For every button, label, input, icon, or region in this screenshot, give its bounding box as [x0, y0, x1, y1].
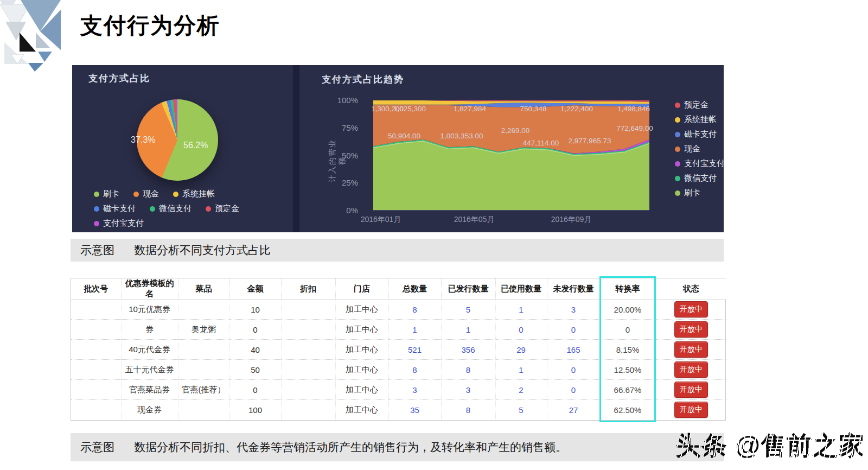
column-header: 金额 [229, 278, 281, 300]
legend-item: 预定金 [675, 100, 724, 110]
table-cell: 现金券 [121, 400, 178, 420]
table-cell: 62.50% [600, 400, 655, 420]
table-cell [178, 300, 229, 320]
table-cell: 官燕(推荐） [178, 380, 229, 400]
table-row: 10元优惠券10加工中心851320.00%开放中 [71, 300, 726, 320]
column-header: 折扣 [281, 278, 335, 300]
table-cell [178, 360, 229, 380]
table-cell [178, 400, 229, 420]
legend-label: 刷卡 [103, 189, 119, 199]
legend-label: 系统挂帐 [684, 115, 717, 125]
legend-item: 预定金 [206, 204, 239, 214]
status-button[interactable]: 开放中 [674, 402, 708, 418]
legend-dot-icon [675, 161, 680, 167]
count-link[interactable]: 356 [441, 340, 495, 360]
column-header: 批次号 [71, 278, 121, 300]
data-label: 1,827,984 [454, 105, 486, 113]
caption-bar-2: 示意图 数据分析不同折扣、代金券等营销活动所产生的销售行为，及转化率和产生的销售… [71, 433, 724, 461]
x-tick-label: 2016年09月 [551, 215, 592, 225]
column-header: 菜品 [178, 278, 229, 300]
count-link[interactable]: 8 [441, 360, 495, 380]
legend-dot-icon [150, 206, 155, 212]
area-point-labels: 1,300,2001,025,3001,827,984750,3481,222,… [373, 100, 649, 211]
legend-dot-icon [675, 176, 680, 181]
count-link[interactable]: 165 [547, 340, 600, 360]
table-cell: 五十元代金券 [121, 360, 178, 380]
table-cell: 加工中心 [335, 320, 388, 340]
legend-dot-icon [675, 103, 680, 108]
legend-label: 预定金 [684, 100, 709, 110]
count-link[interactable]: 1 [495, 300, 547, 320]
legend-item: 磁卡支付 [675, 129, 724, 139]
legend-label: 预定金 [215, 204, 239, 214]
count-link[interactable]: 8 [388, 300, 441, 320]
legend-item: 刷卡 [94, 189, 119, 199]
caption-tag: 示意图 [80, 440, 114, 455]
column-header: 状态 [655, 278, 726, 300]
status-button[interactable]: 开放中 [674, 361, 708, 378]
count-link[interactable]: 0 [547, 320, 600, 340]
count-link[interactable]: 521 [388, 340, 441, 360]
table-cell: 66.67% [600, 380, 655, 400]
slide: 支付行为分析 支付方式占比 37.3% 56.2% 刷卡现金系统挂帐磁卡支付微信… [0, 0, 868, 470]
count-link[interactable]: 8 [388, 360, 441, 380]
caption-tag: 示意图 [80, 243, 114, 258]
table-cell [71, 320, 121, 340]
table-cell: 加工中心 [335, 400, 388, 420]
count-link[interactable]: 0 [547, 360, 600, 380]
count-link[interactable]: 35 [388, 400, 441, 420]
page-title: 支付行为分析 [80, 11, 220, 41]
count-link[interactable]: 5 [495, 400, 547, 420]
count-link[interactable]: 3 [547, 300, 600, 320]
legend-item: 支付宝支付 [94, 218, 144, 228]
legend-dot-icon [94, 206, 99, 212]
count-link[interactable]: 1 [388, 320, 441, 340]
data-label: 447,114.00 [523, 139, 559, 147]
panel-divider [293, 65, 299, 232]
status-button[interactable]: 开放中 [674, 321, 708, 338]
legend-dot-icon [133, 192, 139, 197]
table-cell [281, 380, 335, 400]
table-cell [281, 360, 335, 380]
caption-text: 数据分析不同折扣、代金券等营销活动所产生的销售行为，及转化率和产生的销售额。 [134, 440, 567, 455]
area-legend: 预定金系统挂帐磁卡支付现金支付宝支付微信支付刷卡 [675, 100, 724, 198]
legend-dot-icon [675, 147, 680, 152]
data-label: 2,977,965.73 [569, 137, 611, 145]
count-link[interactable]: 8 [441, 400, 495, 420]
count-link[interactable]: 1 [441, 320, 495, 340]
column-header: 优惠券模板的名 [121, 278, 178, 300]
count-link[interactable]: 0 [495, 320, 547, 340]
count-link[interactable]: 3 [388, 380, 441, 400]
pie-slice-label: 56.2% [183, 141, 208, 150]
y-tick-label: 50% [331, 151, 358, 160]
table-cell: 0 [229, 380, 281, 400]
legend-dot-icon [94, 192, 99, 197]
legend-dot-icon [675, 190, 680, 196]
count-link[interactable]: 1 [495, 360, 547, 380]
count-link[interactable]: 29 [495, 340, 547, 360]
table-cell: 开放中 [655, 340, 726, 360]
status-button[interactable]: 开放中 [674, 341, 708, 358]
table-row: 五十元代金券50加工中心881012.50%开放中 [71, 360, 726, 380]
status-button[interactable]: 开放中 [674, 382, 708, 398]
legend-item: 现金 [133, 189, 159, 199]
watermark: 头条 @售前之家 [675, 429, 865, 463]
table-cell: 官燕菜品券 [121, 380, 178, 400]
y-tick-label: 75% [331, 123, 358, 132]
legend-dot-icon [675, 117, 680, 123]
count-link[interactable]: 0 [547, 380, 600, 400]
legend-item: 磁卡支付 [94, 204, 136, 214]
legend-item: 现金 [675, 144, 724, 154]
legend-label: 现金 [684, 144, 700, 154]
legend-item: 系统挂帐 [675, 115, 724, 125]
data-label: 1,222,400 [560, 105, 593, 113]
legend-row: 磁卡支付微信支付预定金 [94, 204, 239, 214]
count-link[interactable]: 3 [441, 380, 495, 400]
count-link[interactable]: 27 [547, 400, 600, 420]
legend-dot-icon [675, 132, 680, 137]
table-cell: 加工中心 [335, 360, 388, 380]
data-label: 1,003,353.00 [441, 132, 483, 140]
status-button[interactable]: 开放中 [674, 301, 708, 317]
count-link[interactable]: 2 [495, 380, 547, 400]
count-link[interactable]: 5 [441, 300, 495, 320]
